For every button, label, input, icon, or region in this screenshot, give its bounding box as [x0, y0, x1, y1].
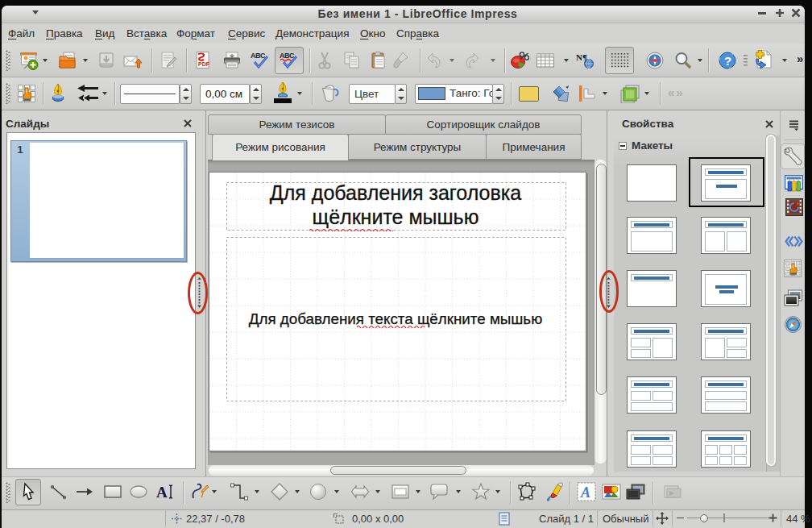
svg-text:ABC: ABC	[251, 52, 266, 60]
svg-text:?: ?	[724, 54, 731, 68]
svg-text:ABC: ABC	[280, 52, 295, 60]
svg-text:A: A	[580, 484, 590, 501]
svg-text:PDF: PDF	[198, 61, 210, 67]
svg-text:A: A	[156, 484, 168, 501]
